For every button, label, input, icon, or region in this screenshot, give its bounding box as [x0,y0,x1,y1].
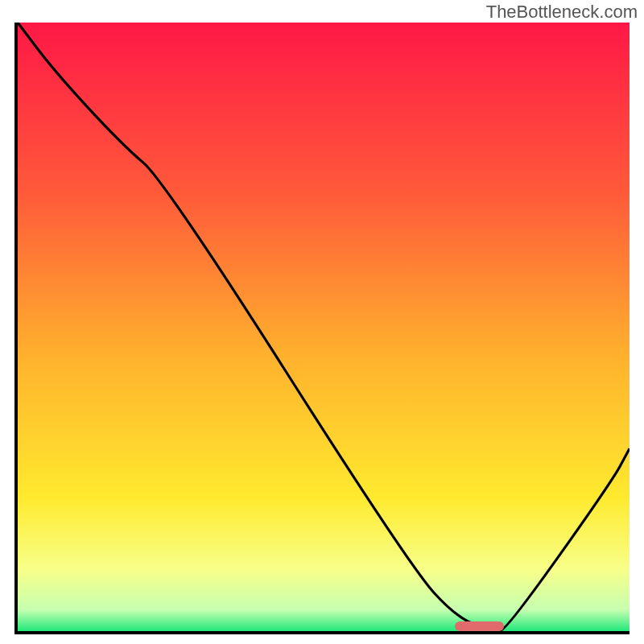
chart-area [14,23,630,634]
optimal-marker [455,621,504,631]
watermark-text: TheBottleneck.com [486,2,638,23]
chart-background [18,23,630,631]
chart-svg [18,23,630,631]
